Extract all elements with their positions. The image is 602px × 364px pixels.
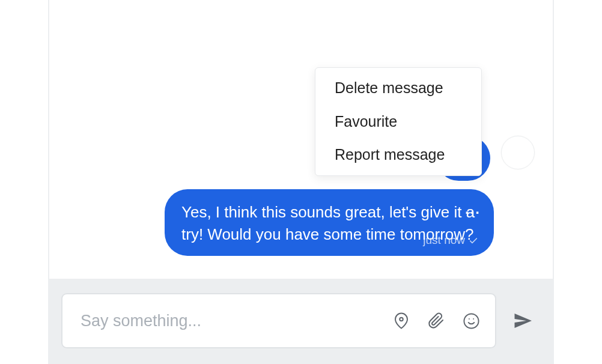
svg-point-1 — [464, 314, 478, 328]
send-button[interactable] — [508, 306, 537, 335]
message-input[interactable] — [81, 312, 392, 330]
more-icon[interactable]: ··· — [465, 202, 481, 223]
message-meta: just now — [423, 232, 478, 249]
composer-icons — [392, 311, 481, 330]
emoji-icon[interactable] — [461, 311, 481, 330]
message-timestamp: just now — [423, 232, 465, 249]
message-row: ··· Yes, I think this sounds great, let'… — [67, 189, 535, 256]
composer-input-wrap — [61, 293, 496, 348]
context-menu: Delete message Favourite Report message — [315, 67, 482, 176]
location-icon[interactable] — [392, 311, 411, 330]
messages-area: ··· Yes, I think this sounds great, let'… — [49, 0, 553, 279]
menu-item-favourite[interactable]: Favourite — [315, 105, 481, 139]
chat-container: ··· Yes, I think this sounds great, let'… — [48, 0, 554, 364]
attachment-icon[interactable] — [427, 311, 446, 330]
message-bubble: ··· Yes, I think this sounds great, let'… — [165, 189, 494, 256]
composer-bar — [49, 279, 553, 364]
avatar[interactable] — [501, 136, 535, 169]
menu-item-delete[interactable]: Delete message — [315, 71, 481, 105]
check-icon — [469, 236, 478, 246]
svg-point-0 — [400, 318, 403, 321]
menu-item-report[interactable]: Report message — [315, 138, 481, 172]
